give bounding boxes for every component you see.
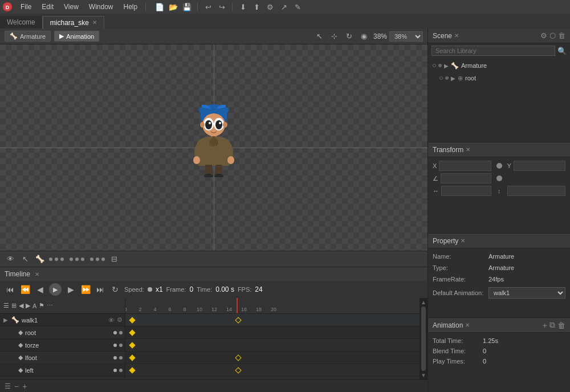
frame-icon[interactable]: ⊟ [108,254,120,265]
tool-dot-5[interactable] [75,258,79,261]
animation-close-btn[interactable]: ✕ [465,322,470,328]
tab-welcome[interactable]: Welcome [0,16,43,28]
transform-y-input[interactable] [514,161,565,171]
tool-dot-8[interactable] [96,258,99,261]
tab-michara-close[interactable]: ✕ [92,19,97,26]
export-icon[interactable]: ⬆ [251,1,262,13]
kf-row-root[interactable] [125,326,420,339]
tool-dot-7[interactable] [90,258,93,261]
viewport-canvas[interactable] [0,44,427,251]
kf-left-mid[interactable] [235,367,241,373]
menu-edit[interactable]: Edit [37,2,58,12]
kf-row-walk1[interactable] [125,314,420,326]
scene-item-root[interactable]: ▶ ⊕ root [428,72,570,84]
track-a-icon[interactable]: A [32,303,36,309]
step-fwd-btn[interactable]: ▶ [65,284,76,295]
save-file-icon[interactable]: 💾 [181,1,193,13]
transform-tool-icon[interactable]: ⊹ [329,31,340,42]
transform-scalex-input[interactable] [441,186,491,196]
animation-mode-btn[interactable]: ▶ Animation [54,31,99,42]
track-expand-root[interactable] [9,329,16,336]
next-frame-btn[interactable]: ⏩ [80,284,91,295]
scene-search-input[interactable] [431,46,555,56]
tab-michara[interactable]: michara_ske ✕ [43,16,104,28]
share-icon[interactable]: ↗ [278,1,290,13]
track-grid-icon[interactable]: ⊞ [11,302,17,309]
tbb-icon1[interactable]: ☰ [5,382,11,390]
menu-file[interactable]: File [16,2,36,12]
tbb-plus[interactable]: + [22,382,27,391]
timeline-keyframes[interactable]: 0 2 4 6 8 10 12 14 16 18 20 [125,298,420,379]
scroll-down-arrow[interactable]: ▼ [421,372,426,378]
scene-filter-icon[interactable]: ⚙ [540,31,547,40]
scroll-up-arrow[interactable]: ▲ [421,299,426,305]
anim-delete-icon[interactable]: 🗑 [557,321,565,330]
gear-icon[interactable]: ⚙ [264,1,276,13]
transform-close-btn[interactable]: ✕ [466,146,470,153]
tbb-minus[interactable]: − [14,382,19,391]
prev-frame-btn[interactable]: ⏪ [19,284,31,295]
scene-expand-armature[interactable]: ▶ [444,63,449,69]
bone-tool-icon[interactable]: 🦴 [34,254,46,265]
kf-left-start[interactable] [129,367,135,373]
scene-close-btn[interactable]: ✕ [454,32,459,39]
kf-root-start[interactable] [129,329,135,336]
play-btn[interactable]: ▶ [49,283,62,296]
armature-mode-btn[interactable]: 🦴 Armature [5,31,51,42]
tool-dot-4[interactable] [70,258,73,261]
track-list-icon[interactable]: ☰ [3,302,9,309]
goto-end-btn[interactable]: ⏭ [95,284,106,295]
undo-icon[interactable]: ↩ [202,1,214,13]
tool-dot-1[interactable] [49,258,52,261]
track-lock-walk1[interactable]: ⚙ [117,316,123,324]
anim-copy-icon[interactable]: ⧉ [549,320,555,330]
timeline-scrollbar[interactable]: ▲ ▼ [420,298,427,379]
track-expand-lfoot[interactable] [9,354,16,361]
open-file-icon[interactable]: 📂 [168,1,179,13]
import-icon[interactable]: ⬇ [237,1,249,13]
tool-dot-6[interactable] [81,258,84,261]
goto-start-btn[interactable]: ⏮ [5,284,16,295]
cursor-tool-icon[interactable]: ↖ [19,254,31,265]
anim-add-icon[interactable]: + [543,321,547,330]
prop-defanim-select[interactable]: walk1 idle run [488,287,565,299]
new-file-icon[interactable]: 📄 [154,1,165,13]
tool-dot-3[interactable] [60,258,64,261]
track-prev-icon[interactable]: ◀ [19,302,23,309]
zoom-dropdown[interactable]: 38% 25% 50% 75% 100% [389,31,423,42]
tool-dot-2[interactable] [55,258,58,261]
scene-expand-root[interactable]: ▶ [451,75,455,81]
step-back-btn[interactable]: ◀ [34,284,46,295]
track-expand-torze[interactable] [9,342,16,349]
kf-row-left[interactable] [125,364,420,377]
menu-window[interactable]: Window [84,2,118,12]
scene-delete-icon[interactable]: 🗑 [558,31,565,40]
kf-lfoot-mid[interactable] [235,354,241,361]
kf-lfoot-start[interactable] [129,354,135,361]
transform-x-input[interactable] [439,161,491,171]
track-next-icon[interactable]: ▶ [26,302,30,309]
tool-dot-9[interactable] [101,258,105,261]
select-tool-icon[interactable]: ↖ [314,31,325,42]
kf-torze-start[interactable] [129,342,135,348]
transform-angle-input[interactable] [441,173,491,183]
track-more-icon[interactable]: ⋯ [47,302,53,309]
menu-help[interactable]: Help [119,2,142,12]
eye-tool-icon[interactable]: 👁 [5,254,16,265]
loop-btn[interactable]: ↻ [109,284,121,295]
scene-expand-icon[interactable]: ⬡ [549,31,556,40]
timeline-close-btn[interactable]: ✕ [35,271,39,277]
track-eye-walk1[interactable]: 👁 [108,317,115,324]
redo-icon[interactable]: ↪ [216,1,227,13]
kf-row-lfoot[interactable] [125,352,420,364]
edit-icon[interactable]: ✎ [292,1,303,13]
speed-dot[interactable] [148,287,152,292]
track-expand-walk1[interactable]: ▶ [2,317,9,324]
transform-scaley-input[interactable] [507,186,566,196]
scene-item-armature[interactable]: ▶ 🦴 Armature [428,59,570,72]
track-flag-icon[interactable]: ⚑ [39,302,44,309]
track-expand-left[interactable] [9,367,16,374]
property-close-btn[interactable]: ✕ [461,238,465,244]
skin-tool-icon[interactable]: ◉ [359,31,370,42]
kf-row-torze[interactable] [125,339,420,352]
